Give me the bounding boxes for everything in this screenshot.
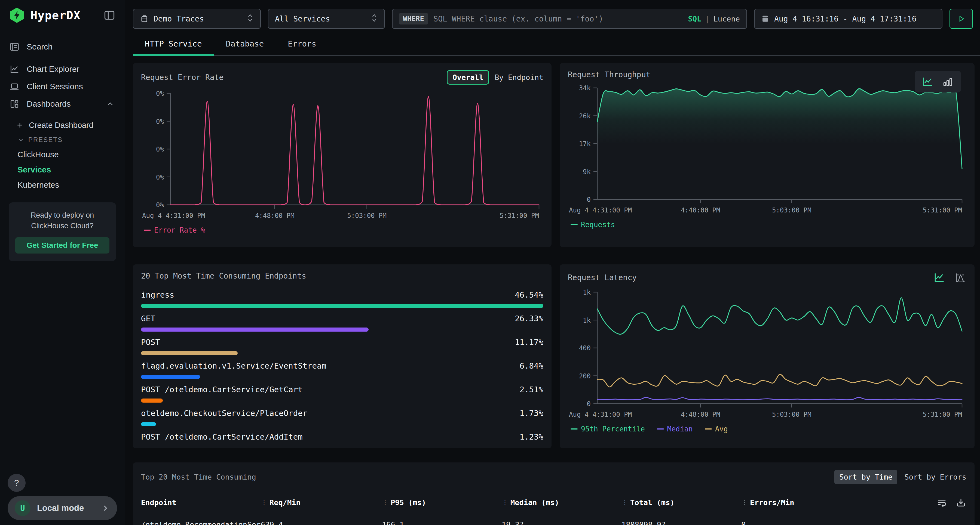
hyperdx-logo-icon: [9, 8, 24, 23]
legend-dash-icon: [571, 428, 578, 430]
panel-title: 20 Top Most Time Consuming Endpoints: [141, 271, 543, 281]
endpoint-bar: [141, 328, 369, 331]
svg-text:5:31:00 PM: 5:31:00 PM: [923, 411, 962, 419]
tab-errors[interactable]: Errors: [276, 32, 328, 56]
laptop-icon: [9, 81, 20, 92]
svg-text:0%: 0%: [156, 201, 164, 209]
sidebar-item-clickhouse[interactable]: ClickHouse: [0, 147, 125, 162]
where-input[interactable]: [433, 14, 682, 24]
sidebar-item-chart-explorer[interactable]: Chart Explorer: [0, 60, 125, 78]
drag-handle-icon[interactable]: ⋮: [741, 499, 747, 506]
tab-http-service[interactable]: HTTP Service: [133, 32, 214, 56]
column-header-p95[interactable]: ⋮P95 (ms): [382, 498, 502, 507]
bar-chart-icon[interactable]: [942, 76, 954, 87]
endpoint-row[interactable]: flagd.evaluation.v1.Service/EventStream6…: [141, 361, 543, 379]
tab-database[interactable]: Database: [214, 32, 276, 56]
svg-text:Aug 4 4:31:00 PM: Aug 4 4:31:00 PM: [569, 411, 632, 419]
drag-handle-icon[interactable]: ⋮: [502, 499, 508, 506]
endpoints-table-panel: Top 20 Most Time Consuming Sort by Time …: [133, 462, 975, 525]
wrap-text-icon[interactable]: [937, 497, 947, 508]
download-icon[interactable]: [956, 497, 966, 508]
sidebar-collapse-icon[interactable]: [103, 9, 115, 21]
svg-text:5:31:00 PM: 5:31:00 PM: [500, 212, 539, 219]
endpoint-row[interactable]: ingress46.54%: [141, 290, 543, 308]
endpoint-row[interactable]: POST /oteldemo.CartService/AddItem1.23%: [141, 432, 543, 445]
play-icon: [957, 15, 965, 23]
chevron-right-icon: [101, 503, 110, 513]
lucene-toggle[interactable]: Lucene: [713, 15, 740, 23]
sidebar-item-services[interactable]: Services: [0, 162, 125, 178]
legend-dash-icon: [144, 230, 151, 231]
time-range-picker[interactable]: Aug 4 16:31:16 - Aug 4 17:31:16: [754, 9, 942, 29]
promo-line2: ClickHouse Cloud?: [15, 220, 110, 231]
endpoints-list: ingress46.54% GET26.33% POST11.17% flagd…: [141, 283, 543, 445]
svg-text:1k: 1k: [583, 289, 591, 296]
sidebar-item-search[interactable]: Search: [0, 38, 125, 56]
line-chart-icon[interactable]: [933, 271, 945, 284]
by-endpoint-toggle[interactable]: By Endpoint: [495, 73, 543, 82]
svg-text:0%: 0%: [156, 118, 164, 125]
data-source-select[interactable]: Demo Traces: [133, 9, 261, 29]
latency-legend: 95th Percentile Median Avg: [568, 425, 966, 433]
endpoint-row[interactable]: POST11.17%: [141, 338, 543, 355]
top-endpoints-panel: 20 Top Most Time Consuming Endpoints ing…: [133, 265, 552, 448]
svg-text:34k: 34k: [579, 84, 591, 92]
line-chart-icon[interactable]: [922, 76, 934, 87]
divider: [0, 58, 125, 58]
sidebar-item-dashboards[interactable]: Dashboards: [0, 95, 125, 113]
column-header-median[interactable]: ⋮Median (ms): [502, 498, 622, 507]
user-menu[interactable]: U Local mode: [8, 496, 117, 520]
histogram-icon[interactable]: [955, 271, 966, 284]
query-toolbar: Demo Traces All Services WHERE SQL | Luc…: [126, 0, 980, 32]
calendar-icon: [761, 14, 769, 23]
latency-chart[interactable]: 02004001k1kAug 4 4:31:00 PM4:48:00 PM5:0…: [568, 285, 966, 424]
table-header-row: Endpoint ⋮Req/Min ⋮P95 (ms) ⋮Median (ms)…: [141, 497, 966, 508]
svg-text:Aug 4 4:31:00 PM: Aug 4 4:31:00 PM: [569, 206, 632, 214]
toggle-separator: |: [705, 15, 710, 23]
endpoint-row[interactable]: GET26.33%: [141, 314, 543, 331]
sort-by-errors-button[interactable]: Sort by Errors: [904, 473, 966, 481]
sidebar-item-kubernetes[interactable]: Kubernetes: [0, 178, 125, 193]
promo-line1: Ready to deploy on: [15, 210, 110, 220]
create-dashboard-button[interactable]: Create Dashboard: [0, 117, 125, 133]
endpoint-bar: [141, 422, 156, 426]
overall-toggle-button[interactable]: Overall: [447, 70, 489, 85]
endpoint-bar: [141, 398, 163, 403]
error-rate-chart[interactable]: 0%0%0%0%0%Aug 4 4:31:00 PM4:48:00 PM5:03…: [141, 86, 543, 225]
drag-handle-icon[interactable]: ⋮: [622, 499, 627, 506]
presets-section[interactable]: PRESETS: [0, 133, 125, 147]
column-header-errors-min[interactable]: ⋮Errors/Min: [741, 498, 937, 507]
legend-dash-icon: [571, 224, 578, 225]
drag-handle-icon[interactable]: ⋮: [261, 499, 267, 506]
endpoint-row[interactable]: POST /oteldemo.CartService/GetCart2.51%: [141, 385, 543, 403]
select-chevrons-icon: [371, 13, 378, 25]
sql-toggle[interactable]: SQL: [688, 15, 701, 23]
drag-handle-icon[interactable]: ⋮: [382, 499, 388, 506]
column-header-req-min[interactable]: ⋮Req/Min: [261, 498, 382, 507]
sidebar-item-client-sessions[interactable]: Client Sessions: [0, 78, 125, 95]
legend-dash-icon: [705, 428, 712, 430]
svg-text:4:48:00 PM: 4:48:00 PM: [681, 411, 720, 419]
get-started-button[interactable]: Get Started for Free: [15, 237, 110, 254]
throughput-chart[interactable]: 09k17k26k34kAug 4 4:31:00 PM4:48:00 PM5:…: [568, 81, 966, 220]
chart-type-toggle: [933, 271, 966, 284]
panel-title: Request Error Rate: [141, 73, 223, 82]
select-chevrons-icon: [247, 13, 254, 25]
data-source-value: Demo Traces: [154, 14, 204, 24]
column-header-total[interactable]: ⋮Total (ms): [622, 498, 741, 507]
request-latency-panel: Request Latency: [560, 265, 975, 448]
request-error-rate-panel: Request Error Rate Overall By Endpoint 0…: [133, 63, 552, 247]
column-header-endpoint[interactable]: Endpoint: [141, 498, 261, 507]
run-query-button[interactable]: [950, 9, 973, 29]
service-select[interactable]: All Services: [268, 9, 385, 29]
legend-item: Median: [657, 425, 693, 433]
help-button[interactable]: ?: [8, 474, 25, 492]
where-clause-field[interactable]: WHERE SQL | Lucene: [392, 9, 747, 29]
table-row[interactable]: /oteldemo.RecommendationServ 639.4 166.1…: [141, 520, 966, 525]
chart-type-toolbar: [915, 71, 961, 92]
endpoint-row[interactable]: oteldemo.CheckoutService/PlaceOrder1.73%: [141, 409, 543, 426]
svg-text:400: 400: [579, 344, 591, 352]
sort-by-time-button[interactable]: Sort by Time: [834, 470, 897, 484]
svg-text:200: 200: [579, 373, 591, 380]
legend-item: Requests: [571, 220, 615, 229]
